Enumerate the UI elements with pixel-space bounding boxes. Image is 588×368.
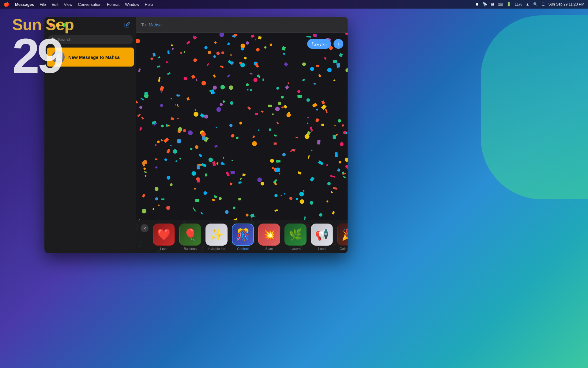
effect-icon-love: ❤️ — [153, 224, 175, 246]
wifi-icon[interactable]: 📡 — [483, 2, 487, 6]
celebration-emoji: 🎉 — [338, 224, 348, 245]
effect-bar: ✕ ❤️ Love 🎈 Balloons — [136, 220, 348, 253]
send-button[interactable]: ↑ — [334, 39, 343, 49]
effect-item-celebration[interactable]: 🎉 Celebration — [336, 224, 348, 251]
chat-header: To: Mahsa — [136, 17, 348, 33]
send-text-bubble: پنجره‌ی؟ — [307, 39, 331, 49]
battery-percent: 11% — [515, 2, 522, 6]
menubar-conversation[interactable]: Conversation — [78, 2, 101, 7]
to-name: Mahsa — [149, 22, 162, 27]
effect-item-love[interactable]: ❤️ Love — [152, 224, 176, 251]
menubar-format[interactable]: Format — [107, 2, 119, 7]
wifi-status-icon[interactable]: ▲ — [526, 2, 530, 6]
lasers-emoji: 🌿 — [285, 224, 306, 245]
keyboard-brightness-icon: ⌨ — [498, 2, 503, 6]
compose-button[interactable] — [123, 21, 131, 29]
effect-label-confetti: Confetti — [237, 247, 249, 251]
love-emoji: ❤️ — [153, 224, 174, 245]
close-icon: ✕ — [143, 226, 146, 231]
effect-icon-invisible: ✨ — [205, 224, 228, 246]
effect-label-celebration: Celebration — [340, 247, 348, 251]
effect-label-invisible: Invisible Ink — [208, 247, 225, 251]
desktop-decorative-shape — [481, 15, 588, 199]
effect-item-invisible[interactable]: ✨ Invisible Ink — [204, 224, 229, 251]
menubar: 🍎 Messages File Edit View Conversation F… — [0, 0, 588, 9]
effect-label-loud: Loud — [318, 247, 326, 251]
control-center2-icon[interactable]: ☰ — [541, 2, 545, 6]
effect-icon-confetti: 🎊 — [232, 224, 254, 246]
invisible-emoji: ✨ — [206, 224, 227, 245]
menubar-file[interactable]: File — [40, 2, 46, 7]
search-menubar-icon[interactable]: 🔍 — [533, 2, 538, 6]
balloons-emoji: 🎈 — [180, 224, 201, 245]
effect-icons-row: ❤️ Love 🎈 Balloons ✨ Invisible Ink — [136, 220, 348, 253]
effect-icon-slam: 💥 — [258, 224, 280, 246]
chat-area: To: Mahsa پنجره‌ی؟ ↑ ✕ ❤️ — [136, 17, 348, 253]
record-icon[interactable]: ⏺ — [475, 2, 479, 6]
effect-label-lasers: Lasers — [290, 247, 300, 251]
close-effect-button[interactable]: ✕ — [141, 224, 149, 232]
menubar-help[interactable]: Help — [145, 2, 153, 7]
loud-emoji: 📢 — [311, 224, 332, 245]
menubar-view[interactable]: View — [64, 2, 73, 7]
effect-label-love: Love — [160, 247, 168, 251]
menubar-app-name[interactable]: Messages — [15, 2, 34, 7]
menubar-datetime: Sun Sep 29 11:23 PM — [548, 2, 584, 6]
apple-menu[interactable]: 🍎 — [4, 2, 9, 7]
day-number: 29 — [12, 34, 74, 78]
menubar-window[interactable]: Window — [125, 2, 139, 7]
effect-icon-celebration: 🎉 — [337, 224, 348, 246]
effect-item-lasers[interactable]: 🌿 Lasers — [283, 224, 308, 251]
effect-label-balloons: Balloons — [184, 247, 197, 251]
conv-name: New Message to Mahsa — [68, 55, 129, 60]
messages-window: 🔍 New Message to Mahsa To: Mahsa — [44, 17, 348, 253]
menubar-edit[interactable]: Edit — [51, 2, 58, 7]
effect-icon-balloons: 🎈 — [179, 224, 201, 246]
effect-icon-loud: 📢 — [311, 224, 333, 246]
effect-icon-lasers: 🌿 — [285, 224, 307, 246]
send-bubble-area: پنجره‌ی؟ ↑ — [307, 39, 343, 49]
desktop-date: Sun Sep 29 — [12, 15, 74, 78]
battery-icon: 🔋 — [507, 2, 511, 6]
conv-info: New Message to Mahsa — [68, 55, 129, 60]
to-label: To: — [141, 22, 147, 27]
effect-item-slam[interactable]: 💥 Slam — [257, 224, 281, 251]
effect-item-balloons[interactable]: 🎈 Balloons — [178, 224, 202, 251]
slam-emoji: 💥 — [259, 224, 280, 245]
control-center-icon[interactable]: ⊞ — [491, 2, 494, 6]
menubar-right: ⏺ 📡 ⊞ ⌨ 🔋 11% ▲ 🔍 ☰ Sun Sep 29 11:23 PM — [475, 2, 584, 6]
effect-label-slam: Slam — [265, 247, 273, 251]
confetti-emoji: 🎊 — [232, 224, 253, 245]
effect-item-loud[interactable]: 📢 Loud — [310, 224, 334, 251]
menubar-left: 🍎 Messages File Edit View Conversation F… — [4, 2, 153, 7]
effect-item-confetti[interactable]: 🎊 Confetti — [231, 224, 255, 251]
